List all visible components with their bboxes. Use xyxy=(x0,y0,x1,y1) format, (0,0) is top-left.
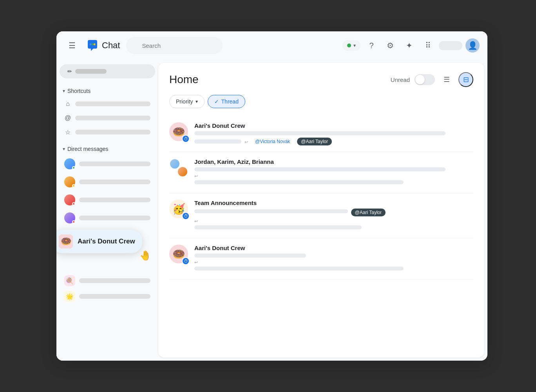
dm-avatar-2 xyxy=(64,176,75,187)
topbar-actions: ▾ ? ⚙ ✦ ⠿ ····· 👤 xyxy=(342,38,480,53)
sidebar: ✏ ▾ Shortcuts ⌂ @ ☆ xyxy=(56,60,158,361)
conv-item-3[interactable]: 🥳 ⏱ Team Announcements @Aari Taylor xyxy=(169,193,473,238)
thread-pill[interactable]: ✓ Thread xyxy=(208,95,245,108)
view-toggle-button[interactable]: ☰ xyxy=(440,73,454,87)
unread-toggle[interactable] xyxy=(415,74,435,85)
unread-label: Unread xyxy=(391,76,410,83)
hamburger-button[interactable]: ☰ xyxy=(64,38,80,53)
dm-item-1[interactable] xyxy=(60,155,155,172)
dm-item-3[interactable] xyxy=(60,191,155,209)
conv-avatar-wrap-2 xyxy=(169,158,188,177)
account-chip[interactable]: ····· xyxy=(439,41,462,50)
compose-label-placeholder xyxy=(75,69,107,74)
conv-item-2[interactable]: Jordan, Karim, Aziz, Brianna xyxy=(169,152,473,193)
thread-badge-4: ⏱ xyxy=(182,257,190,265)
conv-body-2: Jordan, Karim, Aziz, Brianna xyxy=(194,158,473,187)
status-dot xyxy=(347,44,351,47)
conv-avatar-wrap-3: 🥳 ⏱ xyxy=(169,200,188,218)
filter-button[interactable]: ⊟ xyxy=(458,72,473,87)
conv-item-4[interactable]: 🍩 ⏱ Aari's Donut Crew xyxy=(169,238,473,279)
space-name-2 xyxy=(79,294,150,299)
spaces-items: 🍭 🌟 xyxy=(60,273,155,304)
logo-area: Chat xyxy=(86,39,120,52)
shortcuts-section-header[interactable]: ▾ Shortcuts xyxy=(60,85,155,97)
main-window: ☰ Chat 🔍 ▾ ? xyxy=(56,31,487,361)
thread-badge-1: ⏱ xyxy=(182,135,190,143)
at-icon: @ xyxy=(64,114,71,122)
svg-point-1 xyxy=(92,44,94,45)
online-indicator-4 xyxy=(72,220,75,223)
main-body: ✏ ▾ Shortcuts ⌂ @ ☆ xyxy=(56,60,487,361)
dm-label: Direct messages xyxy=(67,146,108,152)
hamburger-icon: ☰ xyxy=(69,41,76,50)
spaces-item-2[interactable]: 🌟 xyxy=(60,289,155,304)
reply-indicator-2 xyxy=(194,174,473,179)
user-avatar[interactable]: 👤 xyxy=(465,38,480,53)
topbar: ☰ Chat 🔍 ▾ ? xyxy=(56,31,487,60)
compose-icon: ✏ xyxy=(67,68,72,74)
space-icon-1: 🍭 xyxy=(64,275,75,286)
spaces-item-1[interactable]: 🍭 xyxy=(60,273,155,289)
apps-button[interactable]: ⠿ xyxy=(420,38,436,53)
reply-indicator-3 xyxy=(194,219,473,224)
search-wrapper: 🔍 xyxy=(126,37,291,54)
priority-chevron-icon: ▾ xyxy=(196,99,198,104)
dm-avatar-1 xyxy=(64,158,75,169)
conv-text-2b-wrap xyxy=(194,174,473,184)
aaris-donut-tooltip[interactable]: 🍩 Aari's Donut Crew xyxy=(56,230,142,253)
gemini-button[interactable]: ✦ xyxy=(401,38,417,53)
status-chevron: ▾ xyxy=(353,43,356,48)
conv-text-2a xyxy=(194,167,445,171)
dm-item-4[interactable] xyxy=(60,209,155,227)
search-input[interactable] xyxy=(126,37,223,54)
conv-text-3a xyxy=(194,209,348,213)
reply-indicator-1 xyxy=(244,140,248,145)
sidebar-item-mentions[interactable]: @ xyxy=(60,111,155,125)
content-area: Home Unread ☰ ⊟ xyxy=(158,63,484,358)
sidebar-item-saved[interactable]: ☆ xyxy=(60,125,155,139)
status-pill[interactable]: ▾ xyxy=(342,40,360,51)
conv-name-1: Aari's Donut Crew xyxy=(194,122,473,129)
compose-button[interactable]: ✏ xyxy=(60,64,155,78)
dm-avatar-4 xyxy=(64,212,75,223)
conv-name-3: Team Announcements xyxy=(194,200,473,206)
dm-section-header[interactable]: ▾ Direct messages xyxy=(60,143,155,155)
sidebar-item-home[interactable]: ⌂ xyxy=(60,97,155,111)
help-button[interactable]: ? xyxy=(364,38,379,53)
dm-chevron: ▾ xyxy=(63,146,65,152)
conv-text-4b-wrap xyxy=(194,260,473,270)
home-icon: ⌂ xyxy=(64,100,71,107)
online-indicator-1 xyxy=(72,166,75,169)
tooltip-emoji: 🍩 xyxy=(59,234,73,249)
conv-body-3: Team Announcements @Aari Taylor xyxy=(194,200,473,232)
conv-body-1: Aari's Donut Crew @Victoria Novák @Aari … xyxy=(194,122,473,145)
dm-item-2[interactable] xyxy=(60,173,155,191)
shortcuts-chevron: ▾ xyxy=(63,88,65,94)
app-title: Chat xyxy=(102,40,120,51)
avatar-icon: 👤 xyxy=(468,41,478,50)
saved-text xyxy=(75,130,150,134)
thread-badge-3: ⏱ xyxy=(182,212,190,220)
view-toggle-icon: ☰ xyxy=(444,75,450,84)
conv-item-1[interactable]: 🍩 ⏱ Aari's Donut Crew @Victoria Novák @A… xyxy=(169,116,473,152)
toggle-knob xyxy=(415,75,425,84)
online-indicator-3 xyxy=(72,202,75,205)
page-title: Home xyxy=(169,73,199,86)
priority-pill[interactable]: Priority ▾ xyxy=(169,95,205,108)
shortcuts-label: Shortcuts xyxy=(67,88,91,94)
settings-button[interactable]: ⚙ xyxy=(382,38,398,53)
dm-name-1 xyxy=(79,162,150,166)
apps-grid-icon: ⠿ xyxy=(425,41,431,50)
conv-body-4: Aari's Donut Crew xyxy=(194,245,473,273)
svg-point-0 xyxy=(90,44,92,45)
mention-aari-1: @Aari Taylor xyxy=(297,138,332,145)
conv-text-4b xyxy=(194,267,404,270)
svg-point-2 xyxy=(94,44,96,45)
content-header: Home Unread ☰ ⊟ xyxy=(169,72,473,87)
conv-avatar-wrap-1: 🍩 ⏱ xyxy=(169,122,188,141)
star-icon: ☆ xyxy=(64,129,71,136)
mentions-text xyxy=(75,116,150,120)
conv-avatar-2 xyxy=(169,158,188,177)
gemini-icon: ✦ xyxy=(406,41,413,50)
conv-text-3b xyxy=(194,225,362,229)
